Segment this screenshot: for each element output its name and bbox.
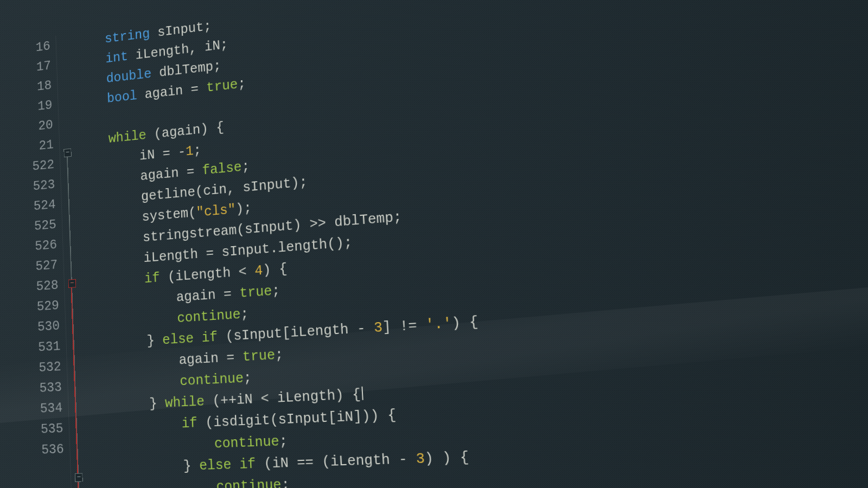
- token-ident: [90, 458, 184, 477]
- token-ident: [231, 285, 240, 302]
- line-number: 529: [28, 296, 61, 318]
- token-ident: iLength: [290, 320, 358, 341]
- token-punc: (: [225, 328, 234, 345]
- token-punc: {: [279, 261, 288, 278]
- line-number: 526: [25, 235, 58, 258]
- token-bool: true: [242, 347, 275, 365]
- line-number: 21: [22, 135, 55, 158]
- fold-toggle-icon[interactable]: −: [75, 473, 83, 482]
- token-ident: [89, 435, 214, 456]
- line-number: 528: [27, 275, 59, 297]
- token-ident: [91, 478, 216, 488]
- token-punc: ;: [393, 209, 403, 226]
- fold-toggle-icon[interactable]: −: [63, 149, 71, 157]
- token-op: <: [238, 264, 247, 280]
- code-editor[interactable]: 1617181920215225235245255265275285295305…: [20, 0, 868, 488]
- token-punc: (: [212, 393, 221, 409]
- token-ident: [157, 395, 165, 412]
- token-ident: iN: [196, 37, 220, 56]
- token-kw: else: [162, 330, 194, 348]
- token-kw: continue: [177, 306, 241, 326]
- token-ident: [75, 31, 105, 50]
- token-punc: {: [387, 407, 397, 424]
- token-ident: iLength: [175, 264, 239, 285]
- fold-toggle-icon[interactable]: −: [68, 279, 76, 288]
- line-number: 524: [24, 195, 57, 217]
- token-ident: dblTemp: [326, 209, 394, 231]
- token-kw: if: [181, 415, 197, 432]
- token-bool: true: [239, 283, 272, 301]
- token-kw: continue: [214, 433, 279, 452]
- token-ident: [204, 393, 213, 410]
- token-punc: ;: [203, 18, 212, 35]
- token-ident: length: [278, 236, 328, 256]
- token-punc: ,: [226, 181, 235, 197]
- token-ident: [198, 80, 207, 97]
- token-ident: [208, 120, 216, 137]
- token-op: -: [398, 451, 408, 468]
- token-ident: [234, 349, 243, 365]
- token-punc: ): [291, 175, 300, 191]
- token-punc: ): [235, 201, 244, 217]
- token-punc: ;: [220, 36, 228, 53]
- token-num: 1: [186, 143, 194, 159]
- token-ident: sInput: [233, 325, 283, 344]
- token-ident: again: [137, 82, 191, 104]
- token-kw: continue: [180, 370, 244, 389]
- token-punc: ]: [353, 408, 362, 425]
- token-op: ++: [220, 392, 237, 409]
- token-ident: iN: [236, 390, 261, 408]
- token-ident: [197, 415, 206, 432]
- token-op: ==: [297, 454, 314, 471]
- token-kw: continue: [216, 477, 282, 488]
- code-area[interactable]: string sInput; int iLength, iN; double d…: [68, 0, 489, 488]
- token-punc: {: [352, 386, 361, 403]
- token-op: <: [260, 390, 270, 407]
- token-op: !=: [399, 317, 418, 335]
- token-punc: (: [322, 453, 331, 471]
- token-op: =: [162, 145, 170, 162]
- token-ident: [194, 330, 202, 346]
- token-ident: [271, 261, 279, 278]
- token-ident: [365, 319, 374, 337]
- token-type: string: [104, 26, 150, 47]
- token-punc: ;: [299, 174, 308, 191]
- token-kw: while: [165, 393, 205, 411]
- token-punc: (: [264, 455, 273, 472]
- token-punc: ;: [243, 370, 252, 387]
- token-ident: [159, 269, 168, 286]
- token-kw: if: [144, 270, 161, 287]
- line-number: 527: [26, 255, 59, 278]
- token-punc: ;: [271, 282, 280, 299]
- token-punc: {: [459, 449, 469, 467]
- token-punc: ]: [382, 319, 392, 336]
- token-ident: isdigit: [213, 412, 271, 431]
- token-bool: false: [202, 159, 242, 178]
- token-ident: sInput: [278, 409, 328, 428]
- token-op: =: [206, 245, 214, 262]
- token-punc: ;: [240, 306, 249, 323]
- token-punc: ;: [275, 346, 284, 363]
- token-punc: ;: [213, 58, 221, 75]
- line-number: 536: [32, 439, 65, 461]
- token-str: "cls": [196, 201, 236, 221]
- token-ident: [343, 387, 353, 404]
- token-ident: [154, 332, 163, 349]
- token-ident: iN: [272, 454, 297, 472]
- token-punc: ): [451, 314, 461, 332]
- token-num: 3: [416, 450, 425, 467]
- token-op: =: [190, 81, 199, 97]
- token-num: 4: [254, 262, 263, 279]
- token-ident: [433, 450, 443, 467]
- token-punc: {: [469, 313, 478, 331]
- text-cursor: [361, 387, 363, 400]
- token-ident: sInput: [213, 241, 270, 261]
- editor-viewport: 1617181920215225235245255265275285295305…: [0, 0, 868, 488]
- token-kw: if: [201, 329, 218, 346]
- token-punc: ): [335, 235, 344, 252]
- token-punc: ): [263, 262, 271, 279]
- token-ident: [86, 333, 148, 352]
- token-str: '.': [425, 315, 452, 333]
- token-ident: [88, 396, 150, 415]
- token-punc: ;: [343, 234, 353, 252]
